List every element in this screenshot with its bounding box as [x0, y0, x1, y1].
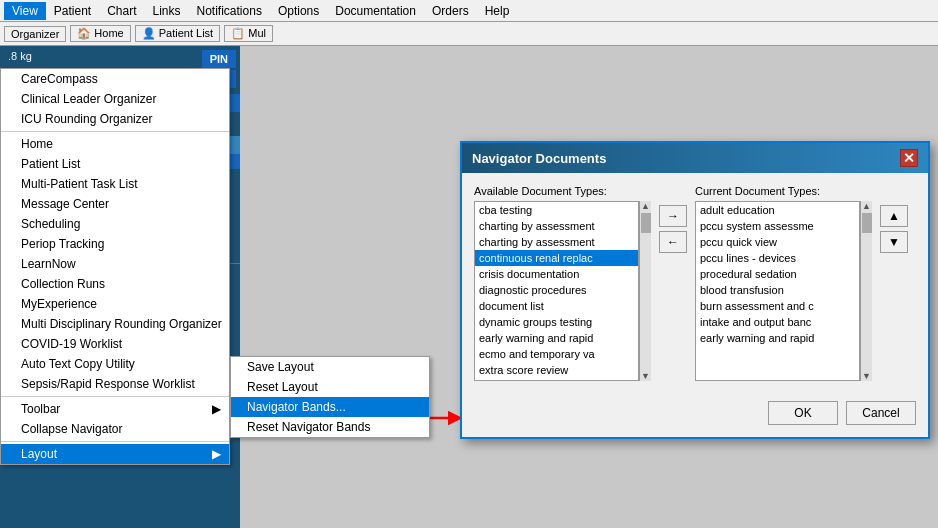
scroll-down[interactable]: ▼ — [641, 371, 650, 381]
cancel-button[interactable]: Cancel — [846, 401, 916, 425]
move-up-button[interactable]: ▲ — [880, 205, 908, 227]
available-label: Available Document Types: — [474, 185, 651, 197]
toolbar-patient-list[interactable]: 👤 Patient List — [135, 25, 220, 42]
curr-item-1[interactable]: pccu system assessme — [696, 218, 859, 234]
layout-reset[interactable]: Reset Layout — [231, 377, 429, 397]
layout-submenu: Save Layout Reset Layout Navigator Bands… — [230, 356, 430, 438]
dialog-close-button[interactable]: ✕ — [900, 149, 918, 167]
dd-layout[interactable]: Layout▶ — [1, 444, 229, 464]
dialog-title: Navigator Documents — [472, 151, 606, 166]
dialog-body: Available Document Types: cba testing ch… — [462, 173, 928, 393]
curr-item-0[interactable]: adult education — [696, 202, 859, 218]
menu-documentation[interactable]: Documentation — [327, 2, 424, 20]
available-listbox[interactable]: cba testing charting by assessment chart… — [474, 201, 639, 381]
menubar: View Patient Chart Links Notifications O… — [0, 0, 938, 22]
avail-item-10[interactable]: extra score review — [475, 362, 638, 378]
avail-item-3[interactable]: continuous renal replac — [475, 250, 638, 266]
current-listbox[interactable]: adult education pccu system assessme pcc… — [695, 201, 860, 381]
toolbar: Organizer 🏠 Home 👤 Patient List 📋 Mul — [0, 22, 938, 46]
curr-item-2[interactable]: pccu quick view — [696, 234, 859, 250]
scroll-up[interactable]: ▲ — [641, 201, 650, 211]
scroll-thumb[interactable] — [641, 213, 651, 233]
pin-badge: PIN — [202, 50, 236, 68]
sep-3 — [1, 441, 229, 442]
view-dropdown: CareCompass Clinical Leader Organizer IC… — [0, 68, 230, 465]
layout-save[interactable]: Save Layout — [231, 357, 429, 377]
move-left-button[interactable]: ← — [659, 231, 687, 253]
dialog-titlebar: Navigator Documents ✕ — [462, 143, 928, 173]
curr-item-5[interactable]: blood transfusion — [696, 282, 859, 298]
menu-links[interactable]: Links — [145, 2, 189, 20]
available-scrollbar[interactable]: ▲ ▼ — [639, 201, 651, 381]
ok-button[interactable]: OK — [768, 401, 838, 425]
dd-learnnow[interactable]: LearnNow — [1, 254, 229, 274]
avail-item-0[interactable]: cba testing — [475, 202, 638, 218]
menu-patient[interactable]: Patient — [46, 2, 99, 20]
avail-item-5[interactable]: diagnostic procedures — [475, 282, 638, 298]
avail-item-1[interactable]: charting by assessment — [475, 218, 638, 234]
curr-item-3[interactable]: pccu lines - devices — [696, 250, 859, 266]
current-col: Current Document Types: adult education … — [695, 185, 872, 381]
dd-carecompass[interactable]: CareCompass — [1, 69, 229, 89]
dd-clinical-leader[interactable]: Clinical Leader Organizer — [1, 89, 229, 109]
toolbar-multi[interactable]: 📋 Mul — [224, 25, 273, 42]
menu-options[interactable]: Options — [270, 2, 327, 20]
dd-myexperience[interactable]: MyExperience — [1, 294, 229, 314]
curr-item-6[interactable]: burn assessment and c — [696, 298, 859, 314]
current-label: Current Document Types: — [695, 185, 872, 197]
dd-home[interactable]: Home — [1, 134, 229, 154]
curr-scroll-down[interactable]: ▼ — [862, 371, 871, 381]
dd-icu-rounding[interactable]: ICU Rounding Organizer — [1, 109, 229, 129]
dd-toolbar[interactable]: Toolbar▶ — [1, 399, 229, 419]
curr-scroll-thumb[interactable] — [862, 213, 872, 233]
sep-2 — [1, 396, 229, 397]
avail-item-9[interactable]: ecmo and temporary va — [475, 346, 638, 362]
menu-chart[interactable]: Chart — [99, 2, 144, 20]
dd-multi-disc[interactable]: Multi Disciplinary Rounding Organizer — [1, 314, 229, 334]
dd-multi-patient[interactable]: Multi-Patient Task List — [1, 174, 229, 194]
current-scrollbar[interactable]: ▲ ▼ — [860, 201, 872, 381]
layout-reset-bands[interactable]: Reset Navigator Bands — [231, 417, 429, 437]
layout-nav-bands[interactable]: Navigator Bands... — [231, 397, 429, 417]
menu-orders[interactable]: Orders — [424, 2, 477, 20]
avail-item-7[interactable]: dynamic groups testing — [475, 314, 638, 330]
navigator-documents-dialog: Navigator Documents ✕ Available Document… — [460, 141, 930, 439]
menu-view[interactable]: View — [4, 2, 46, 20]
dd-collection[interactable]: Collection Runs — [1, 274, 229, 294]
menu-notifications[interactable]: Notifications — [189, 2, 270, 20]
right-arrows: ▲ ▼ — [880, 205, 908, 253]
dialog-columns: Available Document Types: cba testing ch… — [474, 185, 916, 381]
dd-auto-text[interactable]: Auto Text Copy Utility — [1, 354, 229, 374]
center-arrows: → ← — [659, 205, 687, 253]
avail-item-8[interactable]: early warning and rapid — [475, 330, 638, 346]
move-down-button[interactable]: ▼ — [880, 231, 908, 253]
weight-info: .8 kg — [0, 46, 49, 66]
dd-sepsis[interactable]: Sepsis/Rapid Response Worklist — [1, 374, 229, 394]
dd-collapse-nav[interactable]: Collapse Navigator — [1, 419, 229, 439]
toolbar-organizer[interactable]: Organizer — [4, 26, 66, 42]
curr-item-4[interactable]: procedural sedation — [696, 266, 859, 282]
avail-item-6[interactable]: document list — [475, 298, 638, 314]
dd-scheduling[interactable]: Scheduling — [1, 214, 229, 234]
dd-message-center[interactable]: Message Center — [1, 194, 229, 214]
dd-patient-list[interactable]: Patient List — [1, 154, 229, 174]
menu-help[interactable]: Help — [477, 2, 518, 20]
move-right-button[interactable]: → — [659, 205, 687, 227]
curr-item-7[interactable]: intake and output banc — [696, 314, 859, 330]
available-col: Available Document Types: cba testing ch… — [474, 185, 651, 381]
dd-periop[interactable]: Periop Tracking — [1, 234, 229, 254]
sep-1 — [1, 131, 229, 132]
dialog-footer: OK Cancel — [462, 393, 928, 437]
curr-scroll-up[interactable]: ▲ — [862, 201, 871, 211]
avail-item-2[interactable]: charting by assessment — [475, 234, 638, 250]
main-area: .8 kg .75 cm PIN VISI IView / I&O ✕ ▪ ▪ … — [0, 46, 938, 528]
dd-covid[interactable]: COVID-19 Worklist — [1, 334, 229, 354]
curr-item-8[interactable]: early warning and rapid — [696, 330, 859, 346]
toolbar-home[interactable]: 🏠 Home — [70, 25, 130, 42]
avail-item-4[interactable]: crisis documentation — [475, 266, 638, 282]
